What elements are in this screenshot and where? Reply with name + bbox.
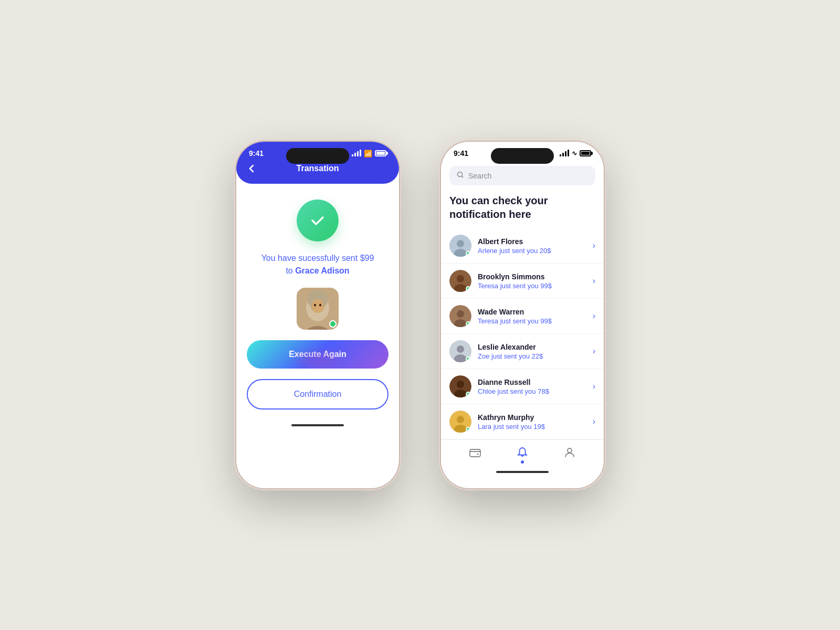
battery-icon-right [580,150,591,156]
svg-rect-27 [470,449,480,457]
svg-point-5 [312,299,323,313]
svg-point-19 [457,345,464,353]
search-icon [457,171,464,180]
time-left: 9:41 [249,149,264,158]
notification-item-4[interactable]: Leslie Alexander Zoe just sent you 22$ › [441,334,604,369]
notification-item-5[interactable]: Dianne Russell Chloe just sent you 78$ › [441,369,604,404]
svg-point-6 [314,304,316,307]
search-bar[interactable]: Search [449,166,595,185]
notification-title: You can check your notification here [449,194,595,221]
online-dot-4 [466,356,471,362]
avatar-kathryn [449,411,471,433]
header-title: Transation [297,164,339,173]
notification-item-1[interactable]: Albert Flores Arlene just sent you 20$ › [441,228,604,264]
notif-msg-1: Arlene just sent you 20$ [478,247,593,255]
status-icons-left: 📶 [352,150,386,158]
recipient-avatar [297,288,339,330]
status-icons-right: ∿ [560,150,591,157]
online-dot-5 [466,392,471,397]
signal-icon-right [560,150,569,156]
phones-container: 9:41 📶 Transation [236,142,604,488]
success-message: You have sucessfully sent $99to Grace Ad… [261,254,374,275]
svg-point-25 [457,416,464,423]
search-placeholder: Search [468,172,491,180]
success-text: You have sucessfully sent $99to Grace Ad… [261,252,374,277]
success-circle [297,200,339,242]
svg-point-16 [457,310,464,318]
nav-active-dot [521,460,524,464]
notif-name-1: Albert Flores [478,237,593,246]
execute-again-button[interactable]: Execute Again [247,340,388,369]
notif-msg-4: Zoe just sent you 22$ [478,352,593,360]
nav-profile[interactable] [563,446,576,464]
right-phone: 9:41 ∿ [441,142,604,488]
notification-item-2[interactable]: Brooklyn Simmons Teresa just sent you 99… [441,264,604,299]
chevron-4: › [593,346,595,356]
signal-icon [352,150,361,156]
nav-notifications[interactable] [516,446,529,464]
back-button[interactable] [247,163,257,174]
transaction-content: You have sucessfully sent $99to Grace Ad… [236,184,399,420]
avatar-wade [449,305,471,327]
bottom-nav [441,439,604,467]
notifications-screen: Search You can check your notification h… [441,162,604,467]
notif-msg-5: Chloe just sent you 78$ [478,387,593,395]
notif-name-2: Brooklyn Simmons [478,272,593,281]
avatar-dianne [449,375,471,397]
online-dot-3 [466,321,471,327]
online-dot-1 [466,251,471,256]
notification-list: Albert Flores Arlene just sent you 20$ › [441,228,604,439]
left-phone: 9:41 📶 Transation [236,142,399,488]
recipient-name: Grace Adison [295,266,349,275]
online-dot-6 [466,427,471,432]
notif-name-5: Dianne Russell [478,378,593,386]
online-indicator [329,320,337,328]
svg-point-10 [457,240,464,247]
svg-point-7 [319,304,321,307]
avatar-brooklyn [449,270,471,292]
notification-header: You can check your notification here [441,192,604,228]
profile-icon [563,446,576,459]
battery-icon [375,150,386,156]
bell-icon [516,446,529,459]
nav-wallet[interactable] [469,446,481,464]
chevron-6: › [593,417,595,426]
online-dot-2 [466,286,471,291]
notif-info-4: Leslie Alexander Zoe just sent you 22$ [478,343,593,360]
notif-name-4: Leslie Alexander [478,343,593,351]
notif-name-3: Wade Warren [478,308,593,316]
notif-info-6: Kathryn Murphy Lara just sent you 19$ [478,413,593,430]
avatar-albert [449,235,471,257]
avatar-leslie [449,340,471,362]
wifi-icon: 📶 [364,150,372,158]
notif-msg-3: Teresa just sent you 99$ [478,317,593,325]
svg-point-22 [457,381,464,388]
home-indicator-right [441,467,604,479]
chevron-1: › [593,241,595,250]
chevron-5: › [593,382,595,391]
wifi-icon-right: ∿ [572,150,577,157]
notif-name-6: Kathryn Murphy [478,413,593,422]
notif-info-5: Dianne Russell Chloe just sent you 78$ [478,378,593,395]
chevron-3: › [593,311,595,321]
wallet-icon [469,446,481,459]
notif-info-1: Albert Flores Arlene just sent you 20$ [478,237,593,255]
notch-left [286,148,349,164]
svg-point-29 [568,448,572,453]
notification-item-6[interactable]: Kathryn Murphy Lara just sent you 19$ › [441,404,604,439]
notif-msg-2: Teresa just sent you 99$ [478,282,593,290]
notch-right [491,148,554,164]
notif-info-2: Brooklyn Simmons Teresa just sent you 99… [478,272,593,290]
svg-point-13 [457,275,464,282]
time-right: 9:41 [454,149,468,158]
home-indicator-left [236,420,399,433]
confirmation-button[interactable]: Confirmation [247,379,388,410]
search-container: Search [441,162,604,192]
svg-point-28 [477,454,479,455]
notif-info-3: Wade Warren Teresa just sent you 99$ [478,308,593,325]
chevron-2: › [593,276,595,286]
notification-item-3[interactable]: Wade Warren Teresa just sent you 99$ › [441,299,604,334]
notif-msg-6: Lara just sent you 19$ [478,423,593,430]
